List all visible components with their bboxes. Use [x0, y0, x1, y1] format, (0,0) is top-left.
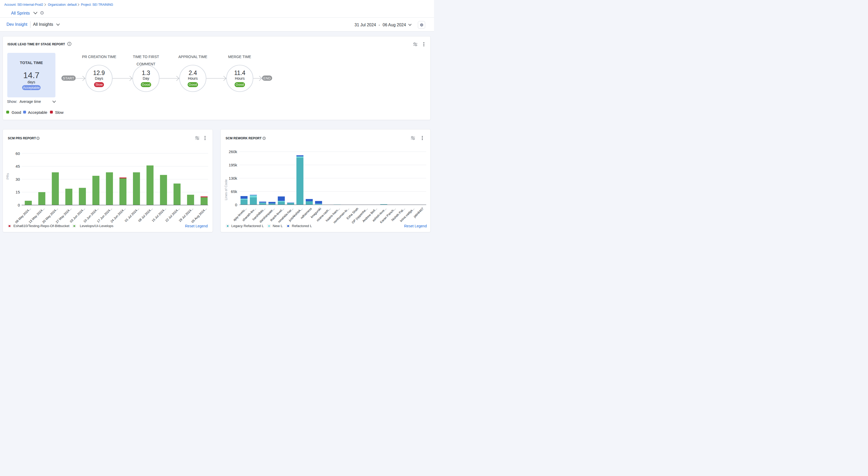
svg-text:15: 15 — [16, 190, 20, 194]
svg-text:PR CREATION TIME: PR CREATION TIME — [82, 55, 116, 59]
svg-text:130k: 130k — [229, 176, 237, 180]
svg-text:12.9: 12.9 — [93, 69, 105, 76]
svg-text:jatin6407: jatin6407 — [413, 207, 424, 218]
svg-text:11.4: 11.4 — [234, 69, 245, 76]
svg-text:APPROVAL TIME: APPROVAL TIME — [179, 55, 207, 59]
svg-text:PRs: PRs — [6, 173, 10, 179]
svg-text:TIME TO FIRST: TIME TO FIRST — [133, 55, 159, 59]
svg-text:Day: Day — [143, 76, 149, 81]
svg-text:45: 45 — [16, 164, 20, 169]
svg-text:MERGE TIME: MERGE TIME — [228, 55, 251, 59]
svg-text:Good: Good — [142, 83, 150, 86]
svg-text:END: END — [263, 76, 271, 80]
svg-text:Days: Days — [95, 76, 103, 81]
svg-text:65k: 65k — [231, 189, 237, 194]
svg-text:Good: Good — [189, 83, 197, 86]
svg-text:0: 0 — [235, 203, 237, 207]
svg-text:Lines of Code: Lines of Code — [224, 179, 228, 200]
svg-text:60: 60 — [16, 151, 20, 156]
svg-text:Hours: Hours — [235, 76, 245, 81]
svg-text:OP (oppenhe...: OP (oppenhe... — [351, 207, 368, 224]
svg-text:30: 30 — [16, 177, 20, 181]
svg-text:195k: 195k — [229, 163, 237, 167]
svg-text:START: START — [63, 76, 74, 80]
svg-text:260k: 260k — [229, 149, 237, 154]
svg-text:0: 0 — [18, 203, 20, 207]
svg-text:1.3: 1.3 — [142, 69, 150, 76]
svg-text:Slow: Slow — [95, 83, 103, 86]
svg-text:2.4: 2.4 — [189, 69, 197, 76]
svg-text:Hours: Hours — [188, 76, 197, 81]
svg-text:Good: Good — [236, 83, 244, 86]
